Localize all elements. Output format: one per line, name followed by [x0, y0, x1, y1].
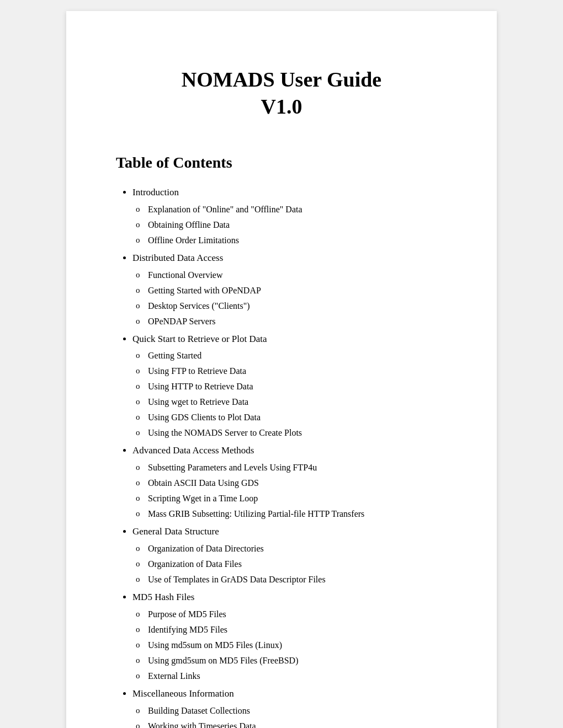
- toc-heading: Table of Contents: [116, 154, 447, 172]
- toc-sub-item[interactable]: Organization of Data Directories: [148, 541, 447, 556]
- page: NOMADS User Guide V1.0 Table of Contents…: [66, 11, 497, 728]
- toc-main-item: MD5 Hash FilesPurpose of MD5 FilesIdenti…: [132, 590, 447, 684]
- toc-sub-item[interactable]: Purpose of MD5 Files: [148, 607, 447, 622]
- toc-sub-item[interactable]: External Links: [148, 668, 447, 684]
- toc-sub-item[interactable]: Offline Order Limitations: [148, 233, 447, 248]
- toc-main-item: Quick Start to Retrieve or Plot DataGett…: [132, 331, 447, 441]
- toc-main-item-label[interactable]: MD5 Hash Files: [132, 592, 194, 602]
- toc-sub-item[interactable]: OPeNDAP Servers: [148, 314, 447, 329]
- toc-sub-list: Building Dataset CollectionsWorking with…: [132, 703, 447, 728]
- toc-sub-list: Organization of Data DirectoriesOrganiza…: [132, 541, 447, 587]
- toc-main-item: Distributed Data AccessFunctional Overvi…: [132, 250, 447, 329]
- toc-sub-item[interactable]: Getting Started: [148, 348, 447, 363]
- toc-sub-item[interactable]: Obtaining Offline Data: [148, 217, 447, 233]
- toc-sub-item[interactable]: Mass GRIB Subsetting: Utilizing Partial-…: [148, 506, 447, 522]
- toc-sub-item[interactable]: Functional Overview: [148, 267, 447, 283]
- toc-sub-item[interactable]: Use of Templates in GrADS Data Descripto…: [148, 572, 447, 587]
- title-section: NOMADS User Guide V1.0: [116, 55, 447, 121]
- toc-sub-item[interactable]: Using GDS Clients to Plot Data: [148, 410, 447, 425]
- toc-sub-item[interactable]: Organization of Data Files: [148, 556, 447, 572]
- toc-main-item-label[interactable]: Distributed Data Access: [132, 253, 223, 263]
- toc-sub-list: Functional OverviewGetting Started with …: [132, 267, 447, 329]
- title-line1: NOMADS User Guide: [182, 68, 381, 91]
- toc-main-item: General Data StructureOrganization of Da…: [132, 524, 447, 587]
- toc-sub-item[interactable]: Getting Started with OPeNDAP: [148, 283, 447, 298]
- toc-sub-item[interactable]: Explanation of "Online" and "Offline" Da…: [148, 202, 447, 217]
- title-line2: V1.0: [261, 95, 302, 118]
- toc-sub-list: Getting StartedUsing FTP to Retrieve Dat…: [132, 348, 447, 441]
- toc-sub-item[interactable]: Using FTP to Retrieve Data: [148, 363, 447, 379]
- toc-main-item: Advanced Data Access MethodsSubsetting P…: [132, 443, 447, 522]
- toc-main-item-label[interactable]: Advanced Data Access Methods: [132, 445, 254, 456]
- toc-sub-list: Explanation of "Online" and "Offline" Da…: [132, 202, 447, 248]
- main-title: NOMADS User Guide V1.0: [116, 66, 447, 121]
- toc-sub-list: Purpose of MD5 FilesIdentifying MD5 File…: [132, 607, 447, 684]
- toc-sub-item[interactable]: Using HTTP to Retrieve Data: [148, 379, 447, 394]
- toc-sub-item[interactable]: Using md5sum on MD5 Files (Linux): [148, 638, 447, 653]
- toc-main-item: Miscellaneous InformationBuilding Datase…: [132, 686, 447, 728]
- toc-sub-item[interactable]: Working with Timeseries Data: [148, 719, 447, 728]
- toc-main-item-label[interactable]: Introduction: [132, 187, 179, 197]
- toc-main-item-label[interactable]: Miscellaneous Information: [132, 688, 234, 699]
- toc-main-item-label[interactable]: Quick Start to Retrieve or Plot Data: [132, 334, 267, 344]
- toc-sub-item[interactable]: Using gmd5sum on MD5 Files (FreeBSD): [148, 653, 447, 668]
- toc-main-item: IntroductionExplanation of "Online" and …: [132, 185, 447, 248]
- toc-sub-item[interactable]: Scripting Wget in a Time Loop: [148, 491, 447, 506]
- toc-section: Table of Contents IntroductionExplanatio…: [116, 154, 447, 728]
- toc-sub-item[interactable]: Desktop Services ("Clients"): [148, 298, 447, 314]
- toc-list: IntroductionExplanation of "Online" and …: [116, 185, 447, 728]
- toc-main-item-label[interactable]: General Data Structure: [132, 526, 219, 537]
- toc-sub-item[interactable]: Identifying MD5 Files: [148, 622, 447, 638]
- toc-sub-list: Subsetting Parameters and Levels Using F…: [132, 460, 447, 522]
- toc-sub-item[interactable]: Using the NOMADS Server to Create Plots: [148, 425, 447, 441]
- toc-sub-item[interactable]: Subsetting Parameters and Levels Using F…: [148, 460, 447, 475]
- toc-sub-item[interactable]: Building Dataset Collections: [148, 703, 447, 719]
- toc-sub-item[interactable]: Using wget to Retrieve Data: [148, 394, 447, 410]
- toc-sub-item[interactable]: Obtain ASCII Data Using GDS: [148, 475, 447, 491]
